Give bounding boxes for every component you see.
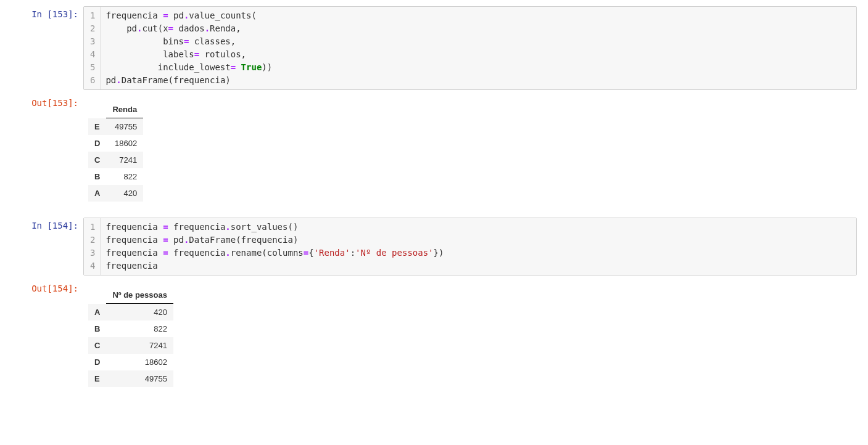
row-index: A: [88, 185, 106, 202]
table-row: E49755: [88, 118, 143, 136]
dataframe-table: Nº de pessoasA420B822C7241D18602E49755: [88, 287, 173, 387]
input-cell: In [154]: 1 2 3 4 frequencia = frequenci…: [0, 216, 868, 277]
line-gutter: 1 2 3 4 5 6: [84, 7, 101, 89]
output-cell: Out[153]: RendaE49755D18602C7241B822A420: [0, 94, 868, 214]
table-row: B822: [88, 320, 173, 337]
column-header: Nº de pessoas: [106, 287, 173, 304]
code-input-area[interactable]: 1 2 3 4 frequencia = frequencia.sort_val…: [83, 218, 857, 276]
table-row: A420: [88, 304, 173, 321]
line-number: 2: [90, 22, 95, 35]
index-header: [88, 287, 106, 304]
line-number: 4: [90, 259, 95, 272]
line-number: 6: [90, 74, 95, 87]
table-row: E49755: [88, 370, 173, 387]
table-row: C7241: [88, 337, 173, 354]
table-cell: 7241: [106, 337, 173, 354]
row-index: C: [88, 337, 106, 354]
table-cell: 822: [106, 320, 173, 337]
output-area: Nº de pessoasA420B822C7241D18602E49755: [83, 280, 868, 398]
code-editor[interactable]: frequencia = pd.value_counts( pd.cut(x= …: [101, 7, 856, 89]
input-prompt: In [154]:: [0, 218, 83, 276]
row-index: B: [88, 168, 106, 185]
table-cell: 18602: [106, 354, 173, 370]
code-input-area[interactable]: 1 2 3 4 5 6 frequencia = pd.value_counts…: [83, 6, 857, 90]
column-header: Renda: [106, 101, 143, 118]
table-cell: 7241: [106, 152, 143, 168]
line-number: 4: [90, 48, 95, 61]
row-index: A: [88, 304, 106, 321]
table-cell: 18602: [106, 135, 143, 152]
input-cell: In [153]: 1 2 3 4 5 6 frequencia = pd.va…: [0, 5, 868, 91]
dataframe-table: RendaE49755D18602C7241B822A420: [88, 101, 143, 202]
table-row: D18602: [88, 135, 143, 152]
row-index: C: [88, 152, 106, 168]
input-prompt: In [153]:: [0, 6, 83, 90]
line-number: 1: [90, 221, 95, 234]
code-editor[interactable]: frequencia = frequencia.sort_values() fr…: [101, 218, 856, 275]
line-number: 5: [90, 61, 95, 74]
table-cell: 420: [106, 304, 173, 321]
line-gutter: 1 2 3 4: [84, 218, 101, 275]
output-prompt: Out[153]:: [0, 95, 83, 213]
row-index: D: [88, 135, 106, 152]
row-index: E: [88, 370, 106, 387]
line-number: 3: [90, 247, 95, 259]
line-number: 1: [90, 9, 95, 22]
row-index: D: [88, 354, 106, 370]
table-row: C7241: [88, 152, 143, 168]
line-number: 3: [90, 35, 95, 48]
output-prompt: Out[154]:: [0, 280, 83, 398]
table-cell: 49755: [106, 370, 173, 387]
table-row: D18602: [88, 354, 173, 370]
table-row: B822: [88, 168, 143, 185]
row-index: B: [88, 320, 106, 337]
output-area: RendaE49755D18602C7241B822A420: [83, 95, 868, 213]
index-header: [88, 101, 106, 118]
row-index: E: [88, 118, 106, 136]
table-cell: 822: [106, 168, 143, 185]
output-cell: Out[154]: Nº de pessoasA420B822C7241D186…: [0, 279, 868, 399]
table-cell: 420: [106, 185, 143, 202]
table-cell: 49755: [106, 118, 143, 136]
line-number: 2: [90, 234, 95, 247]
table-row: A420: [88, 185, 143, 202]
